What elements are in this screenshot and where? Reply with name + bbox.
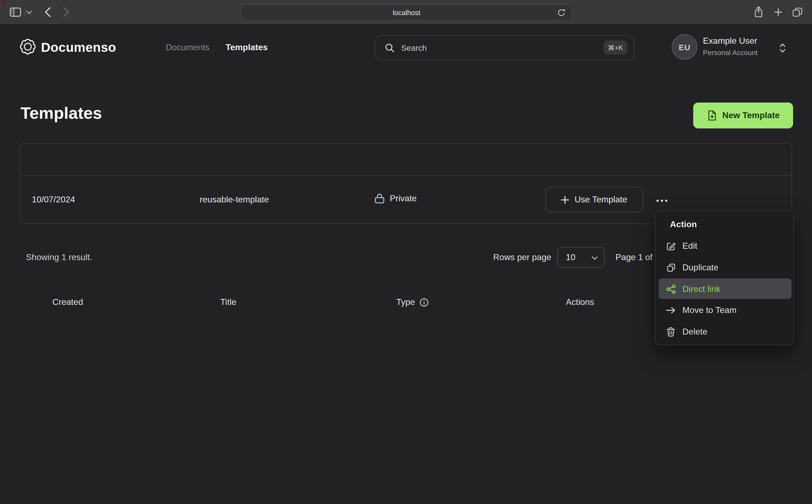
user-name: Example User: [703, 36, 757, 46]
main-nav: Documents Templates: [166, 43, 268, 52]
url-text: localhost: [393, 9, 421, 17]
tabs-icon: [792, 7, 802, 16]
share-icon: [754, 6, 763, 18]
reload-icon: [556, 8, 566, 16]
ellipsis-icon: [657, 200, 659, 202]
rows-per-page-select[interactable]: 10: [557, 247, 605, 268]
column-header-created: Created: [52, 297, 83, 307]
search-shortcut-badge: ⌘+K: [604, 40, 627, 55]
page-title: Templates: [21, 104, 102, 123]
chevrons-up-down-icon: [779, 42, 786, 54]
row-actions-menu-button[interactable]: [652, 195, 672, 207]
trash-icon: [666, 327, 676, 337]
rows-per-page-label: Rows per page: [485, 253, 551, 262]
sidebar-icon: [9, 7, 21, 16]
menu-item-move-to-team[interactable]: Move to Team: [655, 299, 795, 321]
user-avatar[interactable]: EU: [672, 34, 698, 60]
table-header-divider: [21, 175, 791, 175]
search-icon: [385, 43, 395, 53]
chevron-down-icon: [592, 256, 598, 260]
page-indicator: Page 1 of 1: [616, 253, 660, 262]
back-button[interactable]: [43, 6, 52, 18]
use-template-button[interactable]: Use Template: [545, 187, 643, 213]
edit-icon: [666, 241, 676, 251]
arrow-right-icon: [666, 307, 676, 314]
menu-item-direct-link[interactable]: Direct link: [655, 278, 795, 300]
brand-name[interactable]: Documenso: [41, 40, 116, 55]
rows-per-page-value: 10: [566, 253, 576, 262]
plus-icon: [773, 7, 783, 16]
share-button[interactable]: [754, 5, 763, 18]
nav-item-documents[interactable]: Documents: [166, 43, 209, 52]
row-title-cell[interactable]: reusable-template: [200, 195, 269, 205]
row-created-cell: 10/07/2024: [32, 195, 75, 205]
share-nodes-icon: [666, 284, 676, 294]
search-input[interactable]: Search ⌘+K: [375, 35, 634, 60]
account-switcher-button[interactable]: [779, 42, 786, 54]
menu-item-delete[interactable]: Delete: [655, 321, 795, 343]
search-placeholder: Search: [401, 43, 427, 52]
sidebar-chevron-button[interactable]: [25, 9, 33, 16]
info-icon[interactable]: [419, 298, 429, 307]
chevron-left-icon: [44, 7, 51, 17]
documenso-logo-icon[interactable]: [19, 38, 36, 55]
plus-icon: [561, 196, 569, 204]
new-template-label: New Template: [722, 111, 780, 120]
menu-title: Action: [670, 220, 697, 229]
menu-item-label: Delete: [682, 327, 708, 337]
menu-item-label: Direct link: [682, 284, 720, 294]
menu-item-label: Edit: [682, 241, 697, 251]
avatar-initials: EU: [679, 42, 691, 52]
reload-button[interactable]: [556, 8, 566, 17]
lock-icon: [375, 193, 384, 204]
forward-button[interactable]: [62, 6, 71, 18]
copy-icon: [666, 263, 676, 273]
new-tab-button[interactable]: [773, 7, 783, 17]
nav-item-templates[interactable]: Templates: [226, 43, 268, 52]
toolbar-divider: [24, 8, 25, 17]
new-template-button[interactable]: New Template: [693, 103, 793, 128]
menu-item-label: Duplicate: [682, 263, 718, 273]
tab-overview-button[interactable]: [792, 7, 802, 17]
chevron-down-icon: [26, 11, 32, 14]
column-header-actions: Actions: [566, 297, 594, 307]
screen: localhost: [0, 0, 812, 504]
row-type-cell: Private: [375, 193, 417, 204]
use-template-label: Use Template: [575, 195, 627, 205]
sidebar-toggle-button[interactable]: [9, 6, 22, 18]
window-traffic-light[interactable]: [2, 1, 6, 5]
column-header-type-label: Type: [396, 297, 415, 307]
results-count: Showing 1 result.: [26, 253, 92, 262]
file-plus-icon: [707, 110, 718, 121]
menu-item-duplicate[interactable]: Duplicate: [655, 257, 795, 278]
browser-toolbar: localhost: [0, 0, 812, 25]
row-action-menu: Action Edit Duplicate: [655, 210, 794, 345]
menu-item-edit[interactable]: Edit: [655, 235, 795, 257]
address-bar[interactable]: localhost: [241, 4, 572, 21]
column-header-title: Title: [220, 297, 236, 307]
chevron-right-icon: [63, 7, 70, 17]
user-account-type: Personal Account: [703, 49, 757, 57]
column-header-type: Type: [396, 297, 429, 307]
row-type-label: Private: [390, 194, 417, 203]
menu-item-label: Move to Team: [682, 305, 736, 315]
